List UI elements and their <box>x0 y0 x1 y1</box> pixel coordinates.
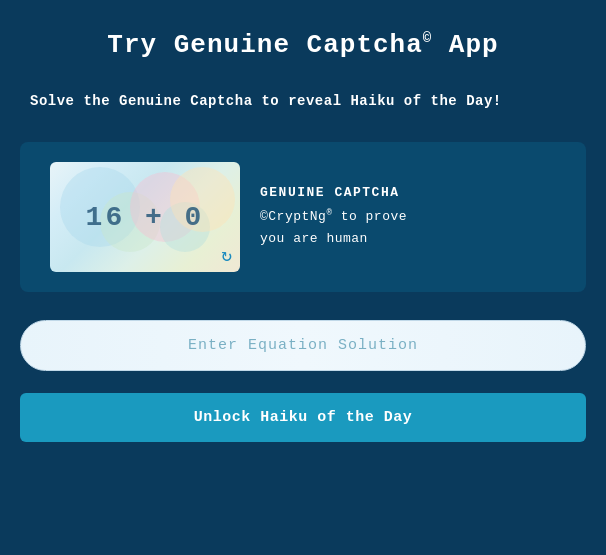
page-subtitle: Solve the Genuine Captcha to reveal Haik… <box>0 70 606 132</box>
captcha-info-title: Genuine Captcha <box>260 185 407 200</box>
equation-input[interactable] <box>20 320 586 371</box>
captcha-image: 16 + 0 ↻ <box>50 162 240 272</box>
input-container <box>20 320 586 371</box>
unlock-button[interactable]: Unlock Haiku of the Day <box>20 393 586 442</box>
captcha-equation-text: 16 + 0 <box>86 202 205 233</box>
captcha-info-desc: ©CryptNg® to proveyou are human <box>260 206 407 249</box>
page-title: Try Genuine Captcha© App <box>87 0 518 70</box>
captcha-image-inner: 16 + 0 <box>50 162 240 272</box>
captcha-widget: 16 + 0 ↻ Genuine Captcha ©CryptNg® to pr… <box>20 142 586 292</box>
captcha-info: Genuine Captcha ©CryptNg® to proveyou ar… <box>260 185 407 249</box>
captcha-refresh-icon[interactable]: ↻ <box>221 244 232 266</box>
